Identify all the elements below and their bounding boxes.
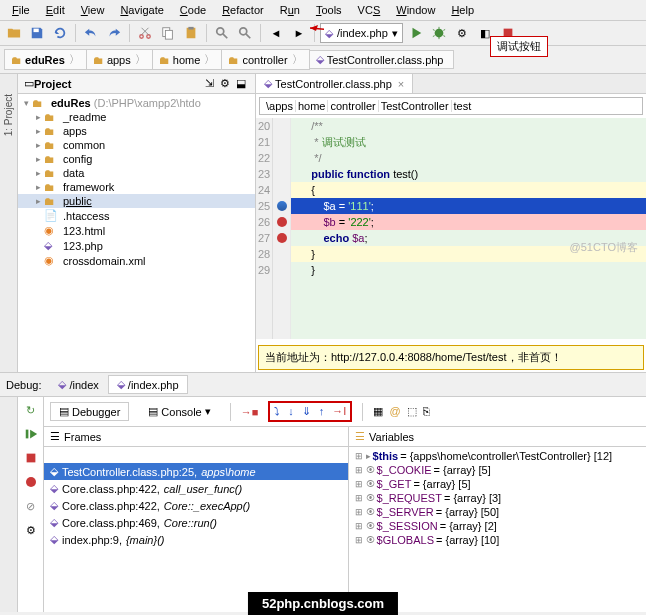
- tree-file[interactable]: 123.html: [63, 225, 105, 237]
- frame-item[interactable]: ⬙Core.class.php:422, Core::_execApp(): [44, 497, 348, 514]
- settings-icon[interactable]: ⚙: [22, 521, 40, 539]
- stop-icon[interactable]: [22, 449, 40, 467]
- menu-help[interactable]: Help: [443, 2, 482, 18]
- crumb-apps[interactable]: 🖿 apps: [86, 49, 153, 70]
- resume-icon[interactable]: [22, 425, 40, 443]
- var-item[interactable]: ⊞ ⦿ $_COOKIE = {array} [5]: [349, 463, 646, 477]
- var-item[interactable]: ⊞ ⦿ $_SERVER = {array} [50]: [349, 505, 646, 519]
- breakpoint[interactable]: [273, 230, 290, 246]
- menu-file[interactable]: File: [4, 2, 38, 18]
- breakpoint-current[interactable]: [273, 198, 290, 214]
- gutter-marks[interactable]: [273, 118, 291, 339]
- mute-breakpoints-icon[interactable]: ⊘: [22, 497, 40, 515]
- var-item[interactable]: ⊞ ▸ $this = {apps\home\controller\TestCo…: [349, 449, 646, 463]
- editor-tab[interactable]: ⬙ TestController.class.php ×: [256, 74, 413, 93]
- crumb-file[interactable]: ⬙ TestController.class.php: [309, 50, 455, 69]
- svg-rect-11: [25, 430, 28, 439]
- console-subtab[interactable]: ▤ Console ▾: [139, 402, 219, 421]
- tree-folder-selected[interactable]: public: [63, 195, 92, 207]
- line-gutter[interactable]: 20212223242526272829: [256, 118, 273, 339]
- tree-folder[interactable]: _readme: [63, 111, 106, 123]
- replace-icon[interactable]: [235, 23, 255, 43]
- main-toolbar: ◄ ► ⬙ /index.php ▾ ⚙ ◧: [0, 21, 646, 46]
- bc-seg[interactable]: home: [296, 100, 329, 112]
- code-editor[interactable]: 20212223242526272829 /** * 调试测试 */ publi…: [256, 118, 646, 339]
- hide-icon[interactable]: ⬓: [233, 77, 249, 90]
- run-to-cursor-icon[interactable]: →I: [332, 405, 346, 418]
- gear-icon[interactable]: ⚙: [217, 77, 233, 90]
- project-tool-tab[interactable]: 1: Project: [3, 94, 14, 136]
- run-icon[interactable]: [406, 23, 426, 43]
- bc-seg[interactable]: test: [452, 100, 474, 112]
- menu-window[interactable]: Window: [388, 2, 443, 18]
- tree-folder[interactable]: data: [63, 167, 84, 179]
- menu-run[interactable]: Run: [272, 2, 308, 18]
- debug-tab-index[interactable]: ⬙/index: [49, 375, 107, 394]
- cut-icon[interactable]: [135, 23, 155, 43]
- tree-folder[interactable]: apps: [63, 125, 87, 137]
- forward-icon[interactable]: ►: [289, 23, 309, 43]
- menu-vcs[interactable]: VCS: [350, 2, 389, 18]
- menu-edit[interactable]: Edit: [38, 2, 73, 18]
- run-config-selector[interactable]: ⬙ /index.php ▾: [320, 23, 403, 43]
- dropdown-icon: ▾: [392, 27, 398, 40]
- tree-root[interactable]: eduRes: [51, 97, 91, 109]
- menu-refactor[interactable]: Refactor: [214, 2, 272, 18]
- restore-icon[interactable]: ⎘: [423, 405, 430, 418]
- bc-seg[interactable]: \apps: [264, 100, 296, 112]
- layout-icon[interactable]: ⬚: [407, 405, 417, 418]
- debug-panel: ↻ ⊘ ⚙ ▤ Debugger ▤ Console ▾ →■ ⤵ ↓ ⇓ ↑ …: [0, 397, 646, 612]
- menu-navigate[interactable]: Navigate: [112, 2, 171, 18]
- save-icon[interactable]: [27, 23, 47, 43]
- view-breakpoints-icon[interactable]: [22, 473, 40, 491]
- debug-tab-indexphp[interactable]: ⬙/index.php: [108, 375, 188, 394]
- step-over-icon[interactable]: ⤵: [274, 405, 280, 418]
- editor-breadcrumb[interactable]: \apps home controller TestController tes…: [259, 97, 643, 115]
- tree-file[interactable]: .htaccess: [63, 210, 109, 222]
- tree-folder[interactable]: common: [63, 139, 105, 151]
- callout-label: 调试按钮: [490, 36, 548, 57]
- menu-tools[interactable]: Tools: [308, 2, 350, 18]
- debug-icon[interactable]: [429, 23, 449, 43]
- var-item[interactable]: ⊞ ⦿ $GLOBALS = {array} [10]: [349, 533, 646, 547]
- copy-icon[interactable]: [158, 23, 178, 43]
- find-icon[interactable]: [212, 23, 232, 43]
- tree-file[interactable]: crossdomain.xml: [63, 255, 146, 267]
- evaluate-icon[interactable]: ▦: [373, 405, 383, 418]
- bc-seg[interactable]: TestController: [379, 100, 452, 112]
- tree-folder[interactable]: config: [63, 153, 92, 165]
- project-tree[interactable]: ▾🖿eduRes (D:\PHP\xampp2\htdo ▸🖿_readme ▸…: [18, 94, 255, 372]
- back-icon[interactable]: ◄: [266, 23, 286, 43]
- tree-file[interactable]: 123.php: [63, 240, 103, 252]
- menu-view[interactable]: View: [73, 2, 113, 18]
- bc-seg[interactable]: controller: [328, 100, 378, 112]
- paste-icon[interactable]: [181, 23, 201, 43]
- crumb-controller[interactable]: 🖿 controller: [221, 49, 309, 70]
- close-tab-icon[interactable]: ×: [398, 78, 404, 90]
- attach-icon[interactable]: ⚙: [452, 23, 472, 43]
- breakpoint[interactable]: [273, 214, 290, 230]
- var-item[interactable]: ⊞ ⦿ $_SESSION = {array} [2]: [349, 519, 646, 533]
- frame-item[interactable]: ⬙Core.class.php:422, call_user_func(): [44, 480, 348, 497]
- watch-icon[interactable]: @: [389, 405, 400, 418]
- redo-icon[interactable]: [104, 23, 124, 43]
- tree-folder[interactable]: framework: [63, 181, 114, 193]
- collapse-icon[interactable]: ⇲: [201, 77, 217, 90]
- force-step-into-icon[interactable]: ⇓: [302, 405, 311, 418]
- crumb-home[interactable]: 🖿 home: [152, 49, 223, 70]
- crumb-root[interactable]: 🖿 eduRes: [4, 49, 87, 70]
- step-out-icon[interactable]: ↑: [319, 405, 325, 418]
- var-item[interactable]: ⊞ ⦿ $_REQUEST = {array} [3]: [349, 491, 646, 505]
- step-into-icon[interactable]: ↓: [288, 405, 294, 418]
- open-icon[interactable]: [4, 23, 24, 43]
- frame-item[interactable]: ⬙index.php:9, {main}(): [44, 531, 348, 548]
- menu-code[interactable]: Code: [172, 2, 214, 18]
- frame-item-selected[interactable]: ⬙TestController.class.php:25, apps\home: [44, 463, 348, 480]
- show-exec-icon[interactable]: →■: [241, 406, 259, 418]
- refresh-icon[interactable]: [50, 23, 70, 43]
- rerun-icon[interactable]: ↻: [22, 401, 40, 419]
- frame-item[interactable]: ⬙Core.class.php:469, Core::run(): [44, 514, 348, 531]
- var-item[interactable]: ⊞ ⦿ $_GET = {array} [5]: [349, 477, 646, 491]
- undo-icon[interactable]: [81, 23, 101, 43]
- debugger-subtab[interactable]: ▤ Debugger: [50, 402, 129, 421]
